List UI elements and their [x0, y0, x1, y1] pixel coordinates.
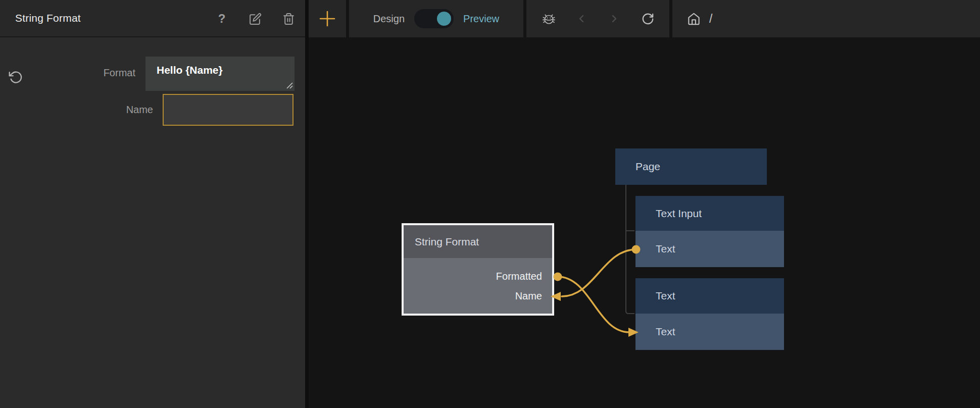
property-panel: String Format ? [0, 0, 305, 408]
wire-formatted-to-text [558, 277, 629, 332]
input-port-label-name[interactable]: Name [515, 290, 542, 302]
toolbar-breadcrumb-section: / [672, 0, 980, 37]
bug-icon [542, 12, 556, 26]
home-button[interactable] [687, 12, 701, 26]
name-label: Name [0, 104, 153, 116]
preview-mode-label[interactable]: Preview [463, 13, 499, 25]
edit-button[interactable] [249, 12, 262, 25]
name-input[interactable] [163, 94, 293, 126]
trash-icon [282, 13, 295, 25]
format-field-wrap: Hello {Name} [145, 57, 295, 91]
forward-button[interactable] [607, 12, 621, 26]
node-canvas[interactable]: Page Text Input Text Text Text [305, 38, 980, 408]
design-mode-label[interactable]: Design [373, 13, 405, 25]
add-node-button[interactable] [319, 10, 336, 27]
home-icon [687, 12, 701, 26]
node-text-input[interactable]: Text Input Text [635, 196, 784, 267]
panel-title: String Format [15, 12, 81, 24]
help-button[interactable]: ? [215, 12, 228, 25]
node-string-format-title-row: String Format [404, 225, 552, 258]
breadcrumb[interactable]: / [709, 12, 712, 26]
design-preview-toggle[interactable] [414, 9, 454, 28]
refresh-button[interactable] [640, 12, 654, 26]
node-page-title-row: Page [615, 148, 767, 185]
toggle-knob [437, 12, 451, 26]
node-text-input-title-row: Text Input [635, 196, 784, 231]
property-panel-header: String Format ? [0, 0, 305, 37]
wire-textinput-to-name [562, 249, 636, 296]
node-page[interactable]: Page [615, 148, 767, 185]
node-title: Page [635, 161, 660, 173]
port-label: Text [656, 326, 675, 338]
node-string-format-selected[interactable]: String Format Formatted Name [402, 223, 554, 316]
debug-button[interactable] [542, 12, 556, 26]
node-title: Text [656, 290, 675, 302]
plus-icon [319, 11, 335, 27]
node-title: Text Input [656, 208, 702, 220]
main-area: Design Preview [305, 0, 980, 408]
format-label: Format [0, 67, 135, 79]
node-title: String Format [415, 236, 479, 248]
node-text-title-row: Text [635, 278, 784, 314]
port-label: Text [656, 243, 675, 255]
chevron-right-icon [608, 13, 620, 25]
output-port-label-formatted[interactable]: Formatted [496, 271, 542, 282]
resize-handle-icon[interactable] [286, 82, 293, 89]
format-textarea[interactable]: Hello {Name} [145, 57, 295, 91]
node-text[interactable]: Text Text [635, 278, 784, 350]
toolbar: Design Preview [305, 0, 980, 38]
toolbar-add-section [309, 0, 346, 37]
app-window: String Format ? [0, 0, 980, 408]
tree-line [626, 185, 634, 314]
node-text-input-port-row[interactable]: Text [635, 231, 784, 267]
panel-canvas-divider [305, 0, 309, 408]
node-text-port-row[interactable]: Text [635, 314, 784, 350]
toolbar-mode-section: Design Preview [349, 0, 523, 37]
back-button[interactable] [574, 12, 589, 26]
help-icon: ? [218, 12, 226, 26]
refresh-icon [641, 12, 654, 26]
output-port-dot-formatted[interactable] [554, 273, 562, 281]
panel-header-icons: ? [215, 0, 295, 37]
edit-icon [249, 13, 262, 25]
toolbar-nav-section [526, 0, 669, 37]
property-panel-body: Format Hello {Name} Name [0, 38, 305, 408]
chevron-left-icon [575, 13, 587, 25]
delete-button[interactable] [282, 12, 295, 25]
